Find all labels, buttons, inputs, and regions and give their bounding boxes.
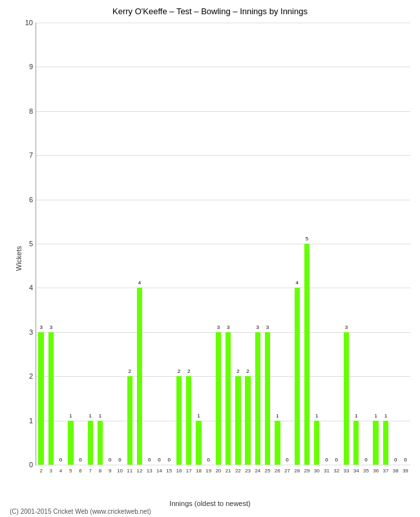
bar [304,244,310,465]
bar [353,421,359,465]
x-tick-label: 22 [235,468,241,474]
bar-value-label: 1 [194,413,203,419]
x-tick-label: 8 [99,468,101,474]
bar-value-label: 0 [204,457,213,463]
bar [196,421,201,465]
bar [275,421,280,465]
y-gridline [36,67,410,67]
bar [98,421,103,465]
bar-value-label: 0 [76,457,85,463]
y-tick-label: 6 [29,196,36,204]
x-tick-label: 3 [50,468,52,474]
x-tick-label: 4 [59,468,62,474]
y-tick-label: 8 [29,107,36,115]
x-tick-label: 34 [353,468,359,474]
x-tick-label: 26 [275,468,280,474]
bar-value-label: 0 [145,457,154,463]
bar-value-label: 0 [283,457,292,463]
x-tick-label: 5 [69,468,72,474]
x-tick-label: 10 [117,468,123,474]
x-tick-label: 33 [344,468,350,474]
bar-value-label: 1 [372,413,381,419]
x-tick-label: 20 [215,468,221,474]
bar-value-label: 1 [312,413,321,419]
bar-value-label: 3 [47,324,56,330]
bar [38,332,43,465]
x-tick-label: 36 [373,468,379,474]
x-tick-label: 28 [294,468,300,474]
x-tick-label: 37 [383,468,388,474]
x-tick-label: 19 [205,468,211,474]
bar [235,376,240,465]
chart-area: 0123456789103233041506171809010211412013… [36,23,410,465]
bar-value-label: 0 [361,457,370,463]
bar-value-label: 2 [244,368,253,374]
bar-value-label: 5 [302,236,311,242]
bar [295,288,300,465]
y-tick-label: 9 [29,63,36,70]
y-tick-label: 5 [29,240,36,248]
y-gridline [36,244,410,244]
bar [216,332,221,465]
x-tick-label: 29 [304,468,310,474]
bar-value-label: 0 [116,457,125,463]
bar-value-label: 0 [322,457,331,463]
bar [383,421,388,465]
x-tick-label: 39 [403,468,408,474]
chart-title: Kerry O'Keeffe – Test – Bowling – Inning… [0,0,420,19]
bar-value-label: 1 [273,413,282,419]
bar-value-label: 4 [293,280,302,286]
bar [314,421,319,465]
y-tick-label: 1 [29,417,36,425]
y-tick-label: 0 [29,461,36,469]
bar [176,376,182,465]
bar-value-label: 0 [56,457,65,463]
x-tick-label: 31 [324,468,330,474]
bar [344,332,349,465]
x-tick-label: 11 [127,468,132,474]
x-tick-label: 16 [176,468,182,474]
x-tick-label: 30 [314,468,320,474]
bar [127,376,132,465]
y-axis-label: Wickets [15,246,23,271]
bar-value-label: 2 [184,368,193,374]
bar [48,332,54,465]
y-gridline [36,200,410,200]
bar-value-label: 2 [125,368,134,374]
y-gridline [36,332,410,333]
bar-value-label: 0 [154,457,163,463]
x-axis-label: Innings (oldest to newest) [169,500,250,507]
x-tick-label: 7 [89,468,92,474]
copyright: (C) 2001-2015 Cricket Web (www.cricketwe… [10,508,151,515]
bar-value-label: 1 [86,413,95,419]
y-tick-label: 3 [29,328,36,336]
x-tick-label: 25 [265,468,271,474]
x-tick-label: 15 [166,468,172,474]
bar [137,288,142,465]
x-tick-label: 18 [196,468,202,474]
bar-value-label: 1 [352,413,361,419]
x-tick-label: 21 [226,468,231,474]
bar [226,332,231,465]
x-tick-label: 23 [245,468,251,474]
x-tick-label: 24 [255,468,260,474]
y-tick-label: 4 [29,284,36,291]
y-gridline [36,376,410,377]
bar-value-label: 3 [37,324,46,330]
x-tick-label: 9 [109,468,111,474]
y-gridline [36,111,410,112]
bar-value-label: 3 [253,324,262,330]
x-tick-label: 14 [156,468,162,474]
bar [265,332,270,465]
bar-value-label: 0 [401,457,410,463]
chart-container: Kerry O'Keeffe – Test – Bowling – Inning… [0,0,420,517]
bar-value-label: 2 [174,368,184,374]
x-tick-label: 27 [284,468,290,474]
bar [88,421,93,465]
y-tick-label: 10 [25,19,36,26]
x-tick-label: 38 [393,468,399,474]
bar-value-label: 0 [332,457,341,463]
x-tick-label: 2 [39,468,42,474]
y-gridline [36,465,410,465]
y-gridline [36,288,410,288]
